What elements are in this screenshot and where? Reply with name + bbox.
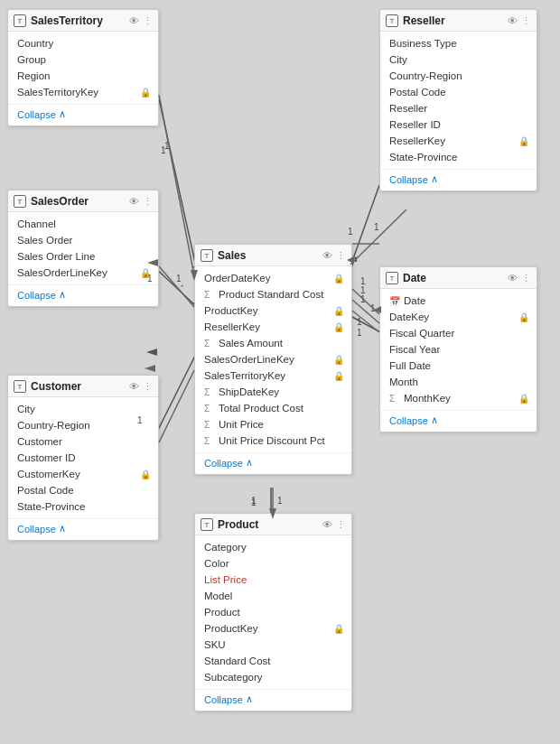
list-item: ResellerKey🔒 xyxy=(195,319,351,335)
hidden-icon: 🔒 xyxy=(518,312,529,322)
list-item: Country-Region xyxy=(380,68,537,84)
customer-icon: T xyxy=(14,380,26,393)
sales-more-icon[interactable]: ⋮ xyxy=(336,251,346,261)
svg-line-23 xyxy=(159,95,194,275)
chevron-up-icon: ∧ xyxy=(59,289,66,301)
list-item: ΣProduct Standard Cost xyxy=(195,286,351,302)
salesorder-collapse[interactable]: Collapse ∧ xyxy=(8,284,158,306)
list-item: City xyxy=(380,51,537,68)
list-item: ΣShipDateKey xyxy=(195,384,351,400)
reseller-title: Reseller xyxy=(403,14,508,27)
product-title: Product xyxy=(218,518,322,531)
customer-title: Customer xyxy=(31,380,129,393)
list-item: SalesOrderLineKey🔒 xyxy=(195,351,351,367)
list-item: Full Date xyxy=(380,358,537,374)
table-salesterritory: T SalesTerritory 👁 ⋮ Country Group Regio… xyxy=(7,9,159,126)
list-item: Model xyxy=(195,588,351,604)
hidden-icon: 🔒 xyxy=(333,624,344,634)
salesorder-eye-icon[interactable]: 👁 xyxy=(129,197,139,207)
table-sales: T Sales 👁 ⋮ OrderDateKey🔒 ΣProduct Stand… xyxy=(194,244,352,475)
svg-line-3 xyxy=(350,185,379,266)
salesterritory-body: Country Group Region SalesTerritoryKey🔒 xyxy=(8,32,158,102)
svg-text:1: 1 xyxy=(161,145,166,155)
product-more-icon[interactable]: ⋮ xyxy=(336,520,346,530)
table-salesorder: T SalesOrder 👁 ⋮ Channel Sales Order Sal… xyxy=(7,190,159,307)
date-more-icon[interactable]: ⋮ xyxy=(521,274,531,284)
svg-line-0 xyxy=(158,95,197,271)
sales-body: OrderDateKey🔒 ΣProduct Standard Cost Pro… xyxy=(195,266,351,451)
date-icon: T xyxy=(386,272,398,284)
chevron-up-icon: ∧ xyxy=(246,693,253,705)
table-reseller: T Reseller 👁 ⋮ Business Type City Countr… xyxy=(379,9,537,191)
hidden-icon: 🔒 xyxy=(140,268,151,278)
customer-body: City Country-Region Customer Customer ID… xyxy=(8,397,158,516)
svg-text:1: 1 xyxy=(360,294,366,304)
date-header: T Date 👁 ⋮ xyxy=(380,267,537,289)
date-eye-icon[interactable]: 👁 xyxy=(508,274,518,284)
customer-more-icon[interactable]: ⋮ xyxy=(143,382,153,392)
reseller-eye-icon[interactable]: 👁 xyxy=(508,16,518,26)
salesterritory-more-icon[interactable]: ⋮ xyxy=(143,16,153,26)
reseller-collapse[interactable]: Collapse ∧ xyxy=(380,169,537,191)
sales-collapse[interactable]: Collapse ∧ xyxy=(195,452,351,474)
date-collapse[interactable]: Collapse ∧ xyxy=(380,410,537,432)
list-item: Reseller xyxy=(380,100,537,116)
list-item: Subcategory xyxy=(195,669,351,685)
list-item: Fiscal Quarter xyxy=(380,325,537,341)
chevron-up-icon: ∧ xyxy=(246,457,253,469)
list-item: List Price xyxy=(195,572,351,588)
customer-eye-icon[interactable]: 👁 xyxy=(129,382,139,392)
list-item: DateKey🔒 xyxy=(380,309,537,325)
svg-text:•: • xyxy=(354,256,358,265)
svg-text:1: 1 xyxy=(360,276,366,286)
hidden-icon: 🔒 xyxy=(333,322,344,332)
svg-text:1: 1 xyxy=(370,303,376,313)
list-item: ProductKey🔒 xyxy=(195,620,351,637)
reseller-more-icon[interactable]: ⋮ xyxy=(521,16,531,26)
hidden-icon: 🔒 xyxy=(333,306,344,316)
customer-collapse[interactable]: Collapse ∧ xyxy=(8,518,158,540)
salesorder-more-icon[interactable]: ⋮ xyxy=(143,197,153,207)
svg-text:1: 1 xyxy=(357,328,362,338)
svg-text:1: 1 xyxy=(251,498,257,507)
svg-line-35 xyxy=(352,289,379,314)
svg-marker-18 xyxy=(146,349,157,356)
list-item: ΣTotal Product Cost xyxy=(195,400,351,416)
list-item: CustomerKey🔒 xyxy=(8,466,158,482)
reseller-icon: T xyxy=(386,14,398,27)
diagram-canvas: 1 1 • 1 1 1 1 1 1 T xyxy=(0,0,560,744)
table-customer: T Customer 👁 ⋮ City Country-Region Custo… xyxy=(7,375,159,541)
list-item: State-Province xyxy=(8,498,158,515)
list-item: ProductKey🔒 xyxy=(195,302,351,319)
chevron-up-icon: ∧ xyxy=(59,108,66,120)
product-collapse[interactable]: Collapse ∧ xyxy=(195,689,351,711)
list-item: ResellerKey🔒 xyxy=(380,133,537,149)
list-item: State-Province xyxy=(380,149,537,165)
list-item: Month xyxy=(380,374,537,390)
chevron-up-icon: ∧ xyxy=(431,414,438,426)
hidden-icon: 🔒 xyxy=(140,470,151,479)
product-header: T Product 👁 ⋮ xyxy=(195,514,351,535)
svg-text:1: 1 xyxy=(374,222,379,232)
svg-line-37 xyxy=(352,311,379,332)
product-body: Category Color List Price Model Product … xyxy=(195,535,351,687)
salesterritory-collapse[interactable]: Collapse ∧ xyxy=(8,104,158,126)
date-title: Date xyxy=(403,272,508,284)
list-item: Product xyxy=(195,604,351,620)
table-product: T Product 👁 ⋮ Category Color List Price … xyxy=(194,513,352,711)
sales-eye-icon[interactable]: 👁 xyxy=(322,251,332,261)
date-body: 📅Date DateKey🔒 Fiscal Quarter Fiscal Yea… xyxy=(380,289,537,408)
salesorder-icon: T xyxy=(14,195,26,208)
sales-title: Sales xyxy=(218,249,322,262)
list-item: Country xyxy=(8,35,158,51)
reseller-header: T Reseller 👁 ⋮ xyxy=(380,10,537,32)
list-item: Category xyxy=(195,539,351,555)
salesterritory-eye-icon[interactable]: 👁 xyxy=(129,16,139,26)
list-item: 📅Date xyxy=(380,293,537,309)
salesterritory-icon: T xyxy=(14,14,26,27)
list-item: City xyxy=(8,401,158,417)
hidden-icon: 🔒 xyxy=(333,371,344,381)
customer-header: T Customer 👁 ⋮ xyxy=(8,376,158,397)
product-eye-icon[interactable]: 👁 xyxy=(322,520,332,530)
salesorder-header: T SalesOrder 👁 ⋮ xyxy=(8,191,158,212)
